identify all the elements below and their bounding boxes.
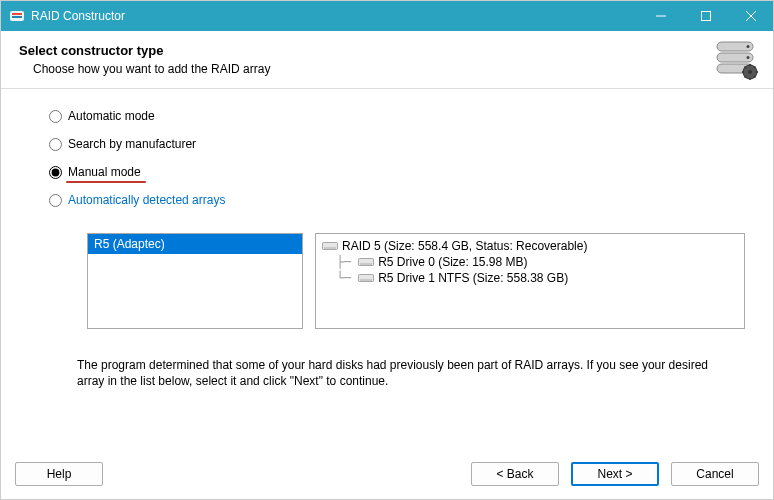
footer: Help < Back Next > Cancel: [1, 449, 773, 499]
content: Automatic mode Search by manufacturer Ma…: [1, 89, 773, 389]
radio-search-label: Search by manufacturer: [68, 137, 196, 151]
radio-auto-detected[interactable]: Automatically detected arrays: [49, 193, 745, 207]
radio-search-input[interactable]: [49, 138, 62, 151]
svg-rect-2: [12, 16, 22, 18]
svg-line-20: [754, 76, 756, 78]
radio-auto-detected-label: Automatically detected arrays: [68, 193, 225, 207]
array-tree-panel[interactable]: RAID 5 (Size: 558.4 GB, Status: Recovera…: [315, 233, 745, 329]
radio-automatic-mode[interactable]: Automatic mode: [49, 109, 745, 123]
window-title: RAID Constructor: [31, 9, 638, 23]
svg-point-14: [748, 70, 752, 74]
svg-line-21: [754, 67, 756, 69]
svg-line-22: [745, 76, 747, 78]
radio-automatic-input[interactable]: [49, 110, 62, 123]
svg-point-8: [747, 45, 750, 48]
titlebar: RAID Constructor: [1, 1, 773, 31]
panels: R5 (Adaptec) RAID 5 (Size: 558.4 GB, Sta…: [87, 233, 745, 329]
svg-point-10: [747, 56, 750, 59]
svg-rect-1: [12, 13, 22, 15]
next-button[interactable]: Next >: [571, 462, 659, 486]
svg-rect-23: [323, 243, 338, 250]
array-list-panel[interactable]: R5 (Adaptec): [87, 233, 303, 329]
window-controls: [638, 1, 773, 31]
disk-icon: [358, 256, 374, 268]
back-button[interactable]: < Back: [471, 462, 559, 486]
radio-automatic-label: Automatic mode: [68, 109, 155, 123]
radio-manual-input[interactable]: [49, 166, 62, 179]
tree-root-label: RAID 5 (Size: 558.4 GB, Status: Recovera…: [342, 239, 587, 253]
tree-child-1[interactable]: └─ R5 Drive 1 NTFS (Size: 558.38 GB): [322, 270, 738, 286]
raid-stack-icon: [715, 41, 759, 84]
description-text: The program determined that some of your…: [77, 357, 717, 389]
app-icon: [9, 8, 25, 24]
maximize-button[interactable]: [683, 1, 728, 31]
tree-child-0[interactable]: ├─ R5 Drive 0 (Size: 15.98 MB): [322, 254, 738, 270]
tree-child-0-label: R5 Drive 0 (Size: 15.98 MB): [378, 255, 527, 269]
svg-line-19: [745, 67, 747, 69]
svg-rect-25: [359, 259, 374, 266]
minimize-button[interactable]: [638, 1, 683, 31]
svg-rect-27: [359, 275, 374, 282]
tree-connector-icon: └─: [322, 271, 358, 285]
radio-auto-detected-input[interactable]: [49, 194, 62, 207]
tree-connector-icon: ├─: [322, 255, 358, 269]
svg-rect-4: [701, 12, 710, 21]
radio-manual-mode[interactable]: Manual mode: [49, 165, 745, 179]
page-title: Select constructor type: [19, 43, 755, 58]
help-button[interactable]: Help: [15, 462, 103, 486]
radio-manual-label: Manual mode: [68, 165, 141, 179]
cancel-button[interactable]: Cancel: [671, 462, 759, 486]
tree-root[interactable]: RAID 5 (Size: 558.4 GB, Status: Recovera…: [322, 238, 738, 254]
tree-child-1-label: R5 Drive 1 NTFS (Size: 558.38 GB): [378, 271, 568, 285]
array-list-item[interactable]: R5 (Adaptec): [88, 234, 302, 254]
disk-icon: [322, 240, 338, 252]
header: Select constructor type Choose how you w…: [1, 31, 773, 89]
constructor-type-group: Automatic mode Search by manufacturer Ma…: [49, 109, 745, 207]
disk-icon: [358, 272, 374, 284]
page-subtitle: Choose how you want to add the RAID arra…: [33, 62, 755, 76]
radio-search-manufacturer[interactable]: Search by manufacturer: [49, 137, 745, 151]
close-button[interactable]: [728, 1, 773, 31]
